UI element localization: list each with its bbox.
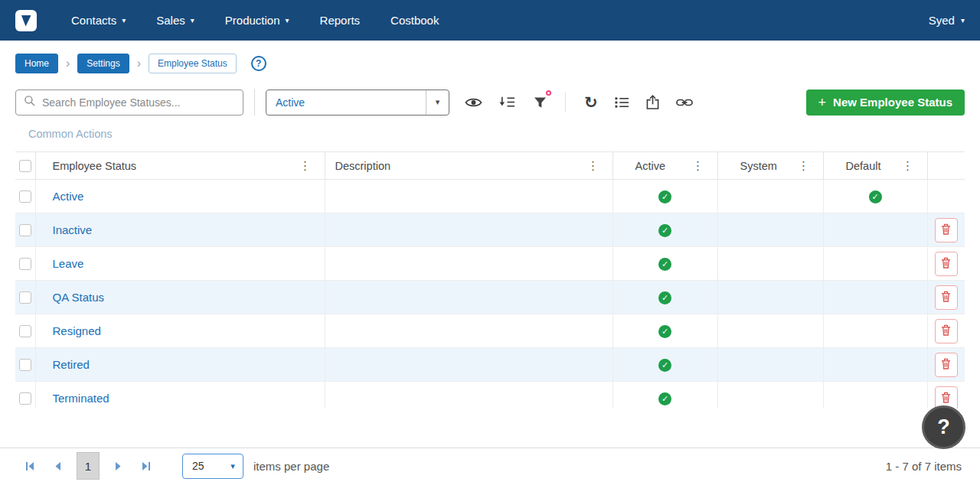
previous-page-button[interactable] [46,453,69,479]
row-system-cell [717,180,823,213]
first-page-button[interactable] [18,453,41,479]
table-row: Inactive ✓ ✓ [15,213,965,247]
items-per-page-label: items per page [253,460,329,473]
column-header-description: Description ⋮ [325,152,612,180]
column-label: Employee Status [53,160,137,172]
active-check-icon: ✓ [658,224,671,237]
delete-button[interactable] [935,285,958,310]
chevron-right-icon: › [137,57,141,70]
app-logo-icon[interactable] [15,10,37,31]
search-box [15,90,243,116]
status-filter-select[interactable]: Active ▾ [266,90,449,116]
row-checkbox[interactable] [19,359,31,371]
list-icon[interactable] [615,96,629,109]
pagination-bar: 1 25 ▾ items per page 1 - 7 of 7 items [0,448,980,483]
column-menu-icon[interactable]: ⋮ [587,160,599,172]
trash-icon [941,324,951,338]
default-check-icon: ✓ [869,190,882,203]
plus-icon: + [818,96,827,109]
row-description-cell [325,281,612,314]
status-filter-value: Active [266,90,426,115]
chevron-down-icon: ▾ [191,16,194,24]
user-menu[interactable]: Syed ▾ [929,14,965,27]
search-input[interactable] [42,96,235,109]
select-all-checkbox[interactable] [19,160,31,172]
table-header-row: Employee Status ⋮ Description ⋮ Active [15,152,965,180]
row-system-cell [717,213,823,247]
nav-item-costbook[interactable]: Costbook [390,14,439,27]
row-status-link[interactable]: QA Status [53,291,105,304]
nav-item-production[interactable]: Production ▾ [225,14,289,27]
breadcrumb-current-button[interactable]: Employee Status [149,54,237,73]
help-circle-icon[interactable]: ? [251,56,266,71]
row-checkbox[interactable] [19,224,31,236]
row-description-cell [325,348,612,382]
chevron-down-icon: ▾ [426,90,449,115]
active-check-icon: ✓ [658,359,671,372]
trash-icon [941,358,951,372]
row-system-cell [717,382,823,409]
breadcrumb: Home › Settings › Employee Status ? [0,41,980,80]
last-page-button[interactable] [135,453,158,479]
delete-button[interactable] [935,353,958,377]
row-description-cell [325,247,612,281]
row-description-cell [325,213,612,247]
column-header-default: Default ⋮ [823,152,927,180]
row-system-cell [717,348,823,382]
row-status-link[interactable]: Terminated [53,392,109,405]
breadcrumb-home-button[interactable]: Home [15,54,58,73]
row-system-cell [717,281,823,314]
row-system-cell [717,247,823,281]
row-checkbox[interactable] [19,258,31,270]
new-employee-status-button[interactable]: + New Employee Status [806,90,965,116]
nav-item-label: Reports [320,14,361,27]
row-checkbox[interactable] [19,325,31,337]
nav-item-contacts[interactable]: Contacts ▾ [71,14,126,27]
nav-item-label: Contacts [71,14,116,27]
grid-toolbar: Active ▾ ↻ + New Employee Status [0,80,980,116]
row-description-cell [325,180,612,213]
user-name: Syed [929,14,955,27]
nav-item-sales[interactable]: Sales ▾ [156,14,194,27]
current-page-button[interactable]: 1 [77,452,100,480]
trash-icon [941,257,951,271]
search-icon [24,95,36,110]
row-checkbox[interactable] [19,190,31,203]
columns-icon[interactable] [499,96,515,109]
nav-item-reports[interactable]: Reports [320,14,361,27]
help-fab-button[interactable]: ? [922,405,965,449]
row-status-link[interactable]: Retired [53,358,90,371]
table-row: Terminated ✓ ✓ [15,382,965,409]
active-check-icon: ✓ [658,291,671,304]
row-checkbox[interactable] [19,291,31,304]
row-status-link[interactable]: Resigned [53,324,101,337]
nav-item-label: Costbook [390,14,439,27]
delete-button[interactable] [935,218,958,242]
row-system-cell [717,314,823,348]
active-check-icon: ✓ [658,190,671,203]
link-icon[interactable] [676,98,693,107]
next-page-button[interactable] [107,453,130,479]
column-menu-icon[interactable]: ⋮ [798,160,810,172]
filter-icon[interactable] [534,96,547,109]
top-navbar: Contacts ▾ Sales ▾ Production ▾ Reports … [0,0,980,41]
row-checkbox[interactable] [19,392,31,405]
row-status-link[interactable]: Leave [53,257,84,270]
export-icon[interactable] [646,95,659,109]
page-size-select[interactable]: 25 ▾ [182,454,243,479]
column-menu-icon[interactable]: ⋮ [692,160,704,172]
breadcrumb-settings-button[interactable]: Settings [77,54,129,73]
column-menu-icon[interactable]: ⋮ [902,160,914,172]
table-row: QA Status ✓ ✓ [15,281,965,314]
toolbar-divider [254,89,255,116]
column-label: Default [846,160,881,172]
eye-icon[interactable] [465,96,482,109]
column-menu-icon[interactable]: ⋮ [299,160,312,172]
delete-button[interactable] [935,319,958,343]
row-status-link[interactable]: Active [53,190,84,203]
refresh-icon[interactable]: ↻ [584,94,598,110]
row-status-link[interactable]: Inactive [53,223,93,236]
delete-button[interactable] [935,252,958,276]
common-actions-link[interactable]: Common Actions [28,128,965,140]
active-check-icon: ✓ [658,392,671,405]
